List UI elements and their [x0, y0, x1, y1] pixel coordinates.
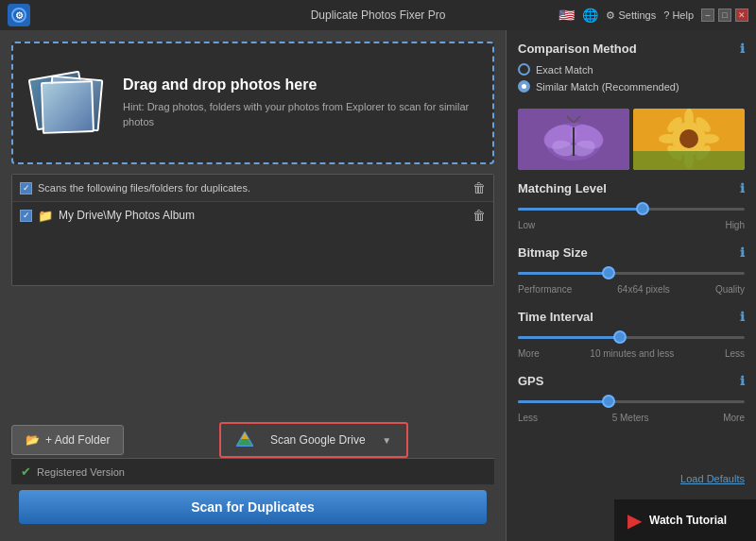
status-text: Registered Version: [37, 466, 125, 478]
gps-info-icon[interactable]: ℹ: [740, 374, 745, 388]
similar-match-option[interactable]: Similar Match (Recommended): [518, 80, 745, 93]
scan-list-header: ✓ Scans the following files/folders for …: [12, 175, 493, 202]
right-panel: Comparison Method ℹ Exact Match Similar …: [506, 30, 756, 541]
matching-level-info-icon[interactable]: ℹ: [740, 181, 745, 195]
comparison-method-section: Comparison Method ℹ Exact Match Similar …: [518, 42, 745, 97]
photo-stack: [32, 70, 108, 136]
gps-labels: Less 5 Meters More: [518, 413, 745, 423]
maximize-button[interactable]: □: [718, 8, 731, 22]
settings-button[interactable]: ⚙ Settings: [606, 9, 656, 22]
svg-point-21: [659, 134, 678, 144]
scan-button-bar: Scan for Duplicates: [11, 484, 494, 530]
comparison-thumbnails: [518, 109, 745, 170]
close-button[interactable]: ✕: [735, 8, 748, 22]
gps-title: GPS ℹ: [518, 374, 745, 388]
load-defaults-link[interactable]: Load Defaults: [518, 473, 745, 484]
bitmap-size-section: Bitmap Size ℹ Performance 64x64 pixels Q…: [518, 245, 745, 300]
scan-for-duplicates-button[interactable]: Scan for Duplicates: [19, 490, 487, 524]
add-folder-label: + Add Folder: [45, 433, 110, 447]
bitmap-size-title: Bitmap Size ℹ: [518, 245, 745, 260]
panel-bottom: 📂 + Add Folder Scan Goog: [11, 414, 494, 530]
main-container: Drag and drop photos here Hint: Drag pho…: [0, 30, 756, 541]
matching-level-section: Matching Level ℹ Low High: [518, 181, 745, 236]
status-bar: ✔ Registered Version: [11, 458, 494, 484]
scan-list-item-left: ✓ 📁 My Drive\My Photos Album: [20, 209, 195, 223]
time-interval-less: Less: [725, 348, 745, 359]
drop-zone-hint: Hint: Drag photos, folders with your pho…: [123, 99, 473, 130]
thumbnail-sunflower: [633, 109, 745, 170]
watch-tutorial-label: Watch Tutorial: [649, 514, 727, 527]
bitmap-quality-label: Quality: [715, 284, 745, 295]
thumbnail-butterfly: [518, 109, 629, 170]
bitmap-size-slider[interactable]: [518, 263, 745, 282]
photo-card-3: [41, 80, 94, 134]
registered-icon: ✔: [21, 465, 31, 479]
time-interval-labels: More 10 minutes and less Less: [518, 348, 745, 359]
delete-all-icon[interactable]: 🗑: [472, 180, 486, 195]
bitmap-performance-label: Performance: [518, 284, 572, 295]
radio-inner-dot: [522, 84, 526, 89]
play-icon: ▶: [627, 509, 642, 532]
help-button[interactable]: ? Help: [663, 9, 694, 21]
gps-more-label: More: [723, 413, 745, 423]
scan-list-item: ✓ 📁 My Drive\My Photos Album 🗑: [12, 202, 493, 228]
minimize-button[interactable]: –: [701, 8, 714, 22]
matching-level-labels: Low High: [518, 220, 745, 230]
similar-match-radio[interactable]: [518, 80, 530, 93]
time-interval-title: Time Interval ℹ: [518, 310, 745, 324]
time-interval-info-icon[interactable]: ℹ: [740, 310, 745, 324]
item-checkbox[interactable]: ✓: [20, 210, 32, 222]
drop-zone[interactable]: Drag and drop photos here Hint: Drag pho…: [11, 42, 494, 164]
flag-extra-icon: 🌐: [582, 8, 598, 23]
add-folder-button[interactable]: 📂 + Add Folder: [11, 425, 124, 455]
comparison-info-icon[interactable]: ℹ: [740, 42, 745, 56]
time-interval-slider[interactable]: [518, 328, 745, 347]
title-bar-right: 🇺🇸 🌐 ⚙ Settings ? Help – □ ✕: [558, 8, 748, 23]
window-controls: – □ ✕: [701, 8, 748, 22]
scan-list-checkbox[interactable]: ✓: [20, 182, 32, 194]
time-interval-more: More: [518, 348, 540, 359]
gps-slider[interactable]: [518, 392, 745, 411]
comparison-method-label: Comparison Method: [518, 42, 637, 56]
scan-google-drive-button[interactable]: Scan Google Drive ▼: [219, 422, 408, 458]
exact-match-option[interactable]: Exact Match: [518, 63, 745, 76]
gps-track: [518, 400, 745, 403]
exact-match-label: Exact Match: [536, 64, 593, 76]
matching-level-title: Matching Level ℹ: [518, 181, 745, 195]
flag-us-icon: 🇺🇸: [558, 8, 575, 23]
bitmap-size-info-icon[interactable]: ℹ: [740, 245, 745, 260]
svg-text:⚙: ⚙: [15, 10, 24, 21]
svg-rect-27: [633, 151, 745, 170]
time-interval-track: [518, 336, 745, 339]
gps-less-label: Less: [518, 413, 538, 423]
item-delete-icon[interactable]: 🗑: [472, 208, 486, 223]
drop-zone-heading: Drag and drop photos here: [123, 76, 473, 93]
gps-center-label: 5 Meters: [612, 413, 649, 423]
gps-section: GPS ℹ Less 5 Meters More: [518, 374, 745, 429]
similar-match-label: Similar Match (Recommended): [536, 81, 679, 93]
bitmap-size-fill: [518, 272, 609, 275]
bottom-bar: 📂 + Add Folder Scan Goog: [11, 414, 494, 458]
time-interval-label: Time Interval: [518, 310, 593, 324]
matching-level-track: [518, 208, 745, 211]
comparison-method-title: Comparison Method ℹ: [518, 42, 745, 56]
scan-list-header-label: Scans the following files/folders for du…: [38, 182, 250, 194]
item-label: My Drive\My Photos Album: [59, 209, 195, 222]
exact-match-radio[interactable]: [518, 63, 530, 76]
matching-level-slider[interactable]: [518, 199, 745, 218]
left-panel: Drag and drop photos here Hint: Drag pho…: [0, 30, 506, 541]
gps-thumb[interactable]: [602, 395, 615, 408]
bitmap-size-labels: Performance 64x64 pixels Quality: [518, 284, 745, 295]
matching-level-thumb[interactable]: [636, 202, 649, 215]
matching-level-low: Low: [518, 220, 535, 230]
gps-label: GPS: [518, 374, 543, 388]
svg-point-22: [700, 134, 719, 144]
bitmap-center-label: 64x64 pixels: [617, 284, 670, 295]
scan-list: ✓ Scans the following files/folders for …: [11, 174, 494, 286]
time-interval-thumb[interactable]: [613, 330, 627, 344]
app-title: Duplicate Photos Fixer Pro: [311, 8, 446, 22]
watch-tutorial-button[interactable]: ▶ Watch Tutorial: [614, 499, 756, 541]
bitmap-size-label: Bitmap Size: [518, 245, 588, 260]
scan-drive-label: Scan Google Drive: [270, 433, 366, 447]
bitmap-size-thumb[interactable]: [602, 266, 615, 279]
